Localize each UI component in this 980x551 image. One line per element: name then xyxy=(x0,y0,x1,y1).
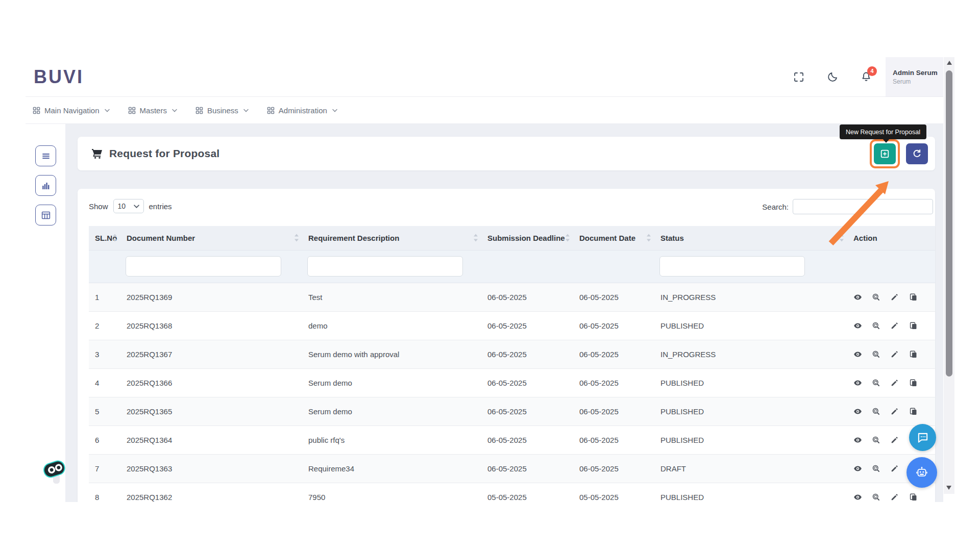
cell-requirement-description: 7950 xyxy=(302,483,481,502)
copy-icon[interactable] xyxy=(909,407,918,416)
notifications-bell-icon[interactable]: 4 xyxy=(860,71,872,83)
table-row: 42025RQ1366Serum demo06-05-202506-05-202… xyxy=(89,368,935,397)
column-header-requirement-description[interactable]: Requirement Description xyxy=(302,226,481,250)
sort-arrows-icon[interactable] xyxy=(566,234,570,242)
view-icon[interactable] xyxy=(853,493,862,502)
sort-arrows-icon[interactable] xyxy=(295,234,299,242)
edit-icon[interactable] xyxy=(890,350,899,359)
scrollbar-thumb[interactable] xyxy=(946,70,952,377)
filter-cell-sl-no xyxy=(89,250,120,283)
preview-icon[interactable] xyxy=(872,407,880,416)
edit-icon[interactable] xyxy=(890,493,899,502)
preview-icon[interactable] xyxy=(872,350,880,359)
table-row: 12025RQ1369Test06-05-202506-05-2025IN_PR… xyxy=(89,283,935,311)
page-header-card: Request for Proposal xyxy=(78,137,935,170)
column-header-sl-no[interactable]: SL.No xyxy=(89,226,120,250)
edit-icon[interactable] xyxy=(890,436,899,444)
preview-icon[interactable] xyxy=(872,493,880,502)
filter-cell-requirement-description xyxy=(302,250,481,283)
view-icon[interactable] xyxy=(853,321,862,330)
robot-icon xyxy=(915,466,928,479)
copy-icon[interactable] xyxy=(909,293,918,302)
search-input[interactable] xyxy=(793,199,933,214)
chat-button[interactable] xyxy=(909,424,936,451)
column-header-submission-deadline[interactable]: Submission Deadline xyxy=(481,226,573,250)
nav-item-administration[interactable]: Administration xyxy=(267,106,337,115)
page-size-select[interactable]: 10 xyxy=(113,199,144,213)
sort-arrows-icon[interactable] xyxy=(647,234,651,242)
app-header: BUVI 4 xyxy=(26,57,943,97)
cell-document-date: 06-05-2025 xyxy=(573,454,654,483)
cell-submission-deadline: 06-05-2025 xyxy=(481,454,573,483)
cell-status: IN_PROGRESS xyxy=(654,283,847,311)
nav-item-masters[interactable]: Masters xyxy=(128,106,177,115)
preview-icon[interactable] xyxy=(872,379,880,387)
rfp-table: SL.NoDocument NumberRequirement Descript… xyxy=(89,226,935,502)
user-menu[interactable]: Admin Serum Serum xyxy=(886,57,943,96)
cell-requirement-description: Test xyxy=(302,283,481,311)
cell-document-date: 06-05-2025 xyxy=(573,397,654,425)
menu-toggle-button[interactable] xyxy=(35,145,56,166)
cell-submission-deadline: 05-05-2025 xyxy=(481,483,573,502)
column-header-status[interactable]: Status xyxy=(654,226,847,250)
cell-document-number: 2025RQ1363 xyxy=(120,454,302,483)
cell-submission-deadline: 06-05-2025 xyxy=(481,340,573,368)
edit-icon[interactable] xyxy=(890,379,899,387)
cell-sl: 4 xyxy=(89,368,120,397)
page-title: Request for Proposal xyxy=(109,147,219,160)
edit-icon[interactable] xyxy=(890,407,899,416)
sort-arrows-icon[interactable] xyxy=(840,234,844,242)
view-icon[interactable] xyxy=(853,464,862,473)
filter-cell-document-date xyxy=(573,250,654,283)
column-header-document-date[interactable]: Document Date xyxy=(573,226,654,250)
column-header-document-number[interactable]: Document Number xyxy=(120,226,302,250)
filter-cell-submission-deadline xyxy=(481,250,573,283)
filter-input-requirement-description[interactable] xyxy=(307,256,463,277)
copy-icon[interactable] xyxy=(909,493,918,502)
view-icon[interactable] xyxy=(853,379,862,387)
tooltip: New Request for Proposal xyxy=(840,124,926,139)
view-icon[interactable] xyxy=(853,350,862,359)
edit-icon[interactable] xyxy=(890,321,899,330)
filter-input-document-number[interactable] xyxy=(126,256,281,277)
edit-icon[interactable] xyxy=(890,293,899,302)
table-row: 22025RQ1368demo06-05-202506-05-2025PUBLI… xyxy=(89,311,935,340)
nav-item-business[interactable]: Business xyxy=(195,106,249,115)
page-scrollbar[interactable] xyxy=(944,57,954,494)
filter-input-status[interactable] xyxy=(659,256,805,277)
cell-document-number: 2025RQ1366 xyxy=(120,368,302,397)
nav-item-main-navigation[interactable]: Main Navigation xyxy=(33,106,110,115)
cell-status: PUBLISHED xyxy=(654,397,847,425)
sort-arrows-icon[interactable] xyxy=(474,234,478,242)
cell-status: PUBLISHED xyxy=(654,483,847,502)
cell-requirement-description: Requireme34 xyxy=(302,454,481,483)
preview-icon[interactable] xyxy=(872,321,880,330)
view-icon[interactable] xyxy=(853,293,862,302)
view-icon[interactable] xyxy=(853,436,862,444)
table-view-button[interactable] xyxy=(35,205,56,226)
copy-icon[interactable] xyxy=(909,321,918,330)
edit-icon[interactable] xyxy=(890,464,899,473)
copy-icon[interactable] xyxy=(909,379,918,387)
bot-assistant-button[interactable] xyxy=(906,457,937,488)
copy-icon[interactable] xyxy=(909,350,918,359)
filter-cell-action xyxy=(847,250,935,283)
search-label: Search: xyxy=(762,203,789,211)
cell-submission-deadline: 06-05-2025 xyxy=(481,397,573,425)
dark-mode-icon[interactable] xyxy=(826,71,839,83)
grid-icon xyxy=(128,107,136,114)
scroll-down-arrow-icon[interactable] xyxy=(946,486,951,490)
sort-arrows-icon[interactable] xyxy=(113,234,117,242)
cell-document-number: 2025RQ1369 xyxy=(120,283,302,311)
new-rfp-button[interactable] xyxy=(874,143,896,164)
cell-submission-deadline: 06-05-2025 xyxy=(481,283,573,311)
view-icon[interactable] xyxy=(853,407,862,416)
preview-icon[interactable] xyxy=(872,464,880,473)
scroll-up-arrow-icon[interactable] xyxy=(947,61,952,65)
preview-icon[interactable] xyxy=(872,436,880,444)
cell-document-date: 06-05-2025 xyxy=(573,311,654,340)
fullscreen-icon[interactable] xyxy=(793,71,805,83)
preview-icon[interactable] xyxy=(872,293,880,302)
chart-view-button[interactable] xyxy=(35,175,56,196)
refresh-button[interactable] xyxy=(906,143,928,164)
